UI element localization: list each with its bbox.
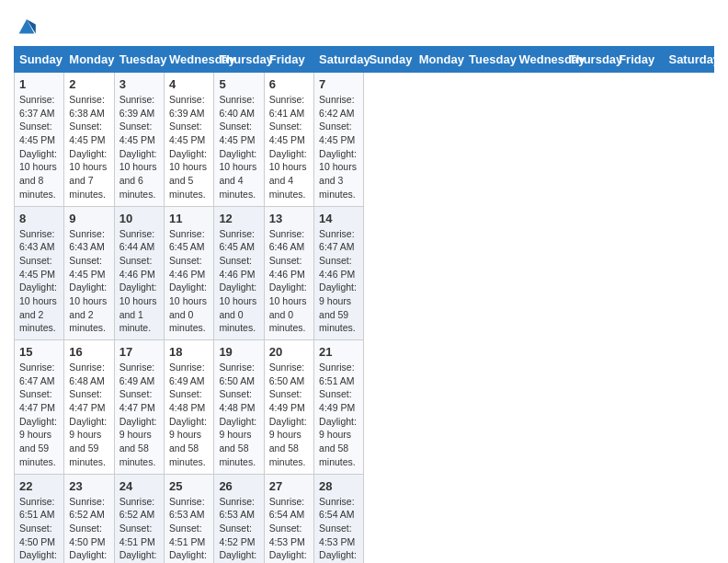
- calendar-cell: 13Sunrise: 6:46 AMSunset: 4:46 PMDayligh…: [264, 206, 313, 340]
- calendar-cell: 27Sunrise: 6:54 AMSunset: 4:53 PMDayligh…: [264, 474, 313, 563]
- calendar-table: SundayMondayTuesdayWednesdayThursdayFrid…: [14, 46, 714, 563]
- day-details: Sunrise: 6:52 AMSunset: 4:51 PMDaylight:…: [119, 495, 159, 564]
- calendar-cell: 3Sunrise: 6:39 AMSunset: 4:45 PMDaylight…: [114, 73, 164, 207]
- col-header-friday: Friday: [614, 47, 664, 73]
- day-number: 27: [269, 479, 309, 493]
- day-number: 17: [119, 345, 159, 359]
- page-header: [14, 9, 714, 39]
- day-details: Sunrise: 6:54 AMSunset: 4:53 PMDaylight:…: [269, 495, 309, 564]
- calendar-cell: 15Sunrise: 6:47 AMSunset: 4:47 PMDayligh…: [15, 340, 64, 475]
- day-number: 8: [19, 212, 59, 225]
- calendar-cell: 17Sunrise: 6:49 AMSunset: 4:47 PMDayligh…: [114, 340, 164, 475]
- calendar-cell: 12Sunrise: 6:45 AMSunset: 4:46 PMDayligh…: [214, 206, 264, 340]
- day-details: Sunrise: 6:42 AMSunset: 4:45 PMDaylight:…: [319, 93, 358, 201]
- day-details: Sunrise: 6:44 AMSunset: 4:46 PMDaylight:…: [119, 227, 159, 336]
- day-number: 6: [269, 77, 309, 91]
- day-number: 1: [19, 77, 59, 91]
- day-details: Sunrise: 6:47 AMSunset: 4:47 PMDaylight:…: [19, 361, 59, 469]
- calendar-cell: 20Sunrise: 6:50 AMSunset: 4:49 PMDayligh…: [264, 340, 313, 475]
- calendar-week-1: 1Sunrise: 6:37 AMSunset: 4:45 PMDaylight…: [15, 73, 714, 207]
- day-number: 11: [169, 212, 209, 225]
- calendar-cell: 25Sunrise: 6:53 AMSunset: 4:51 PMDayligh…: [165, 474, 214, 563]
- col-header-thursday: Thursday: [563, 47, 613, 73]
- calendar-cell: 4Sunrise: 6:39 AMSunset: 4:45 PMDaylight…: [165, 73, 214, 207]
- logo-icon: [14, 13, 40, 39]
- col-header-friday: Friday: [264, 47, 313, 73]
- day-details: Sunrise: 6:46 AMSunset: 4:46 PMDaylight:…: [269, 227, 309, 336]
- col-header-monday: Monday: [64, 47, 114, 73]
- day-details: Sunrise: 6:51 AMSunset: 4:50 PMDaylight:…: [19, 495, 59, 564]
- col-header-sunday: Sunday: [364, 47, 414, 73]
- day-number: 24: [119, 479, 159, 493]
- day-details: Sunrise: 6:38 AMSunset: 4:45 PMDaylight:…: [69, 93, 108, 201]
- calendar-cell: 2Sunrise: 6:38 AMSunset: 4:45 PMDaylight…: [64, 73, 114, 207]
- day-number: 2: [69, 77, 108, 91]
- col-header-wednesday: Wednesday: [165, 47, 214, 73]
- day-details: Sunrise: 6:52 AMSunset: 4:50 PMDaylight:…: [69, 495, 108, 564]
- calendar-cell: 26Sunrise: 6:53 AMSunset: 4:52 PMDayligh…: [214, 474, 264, 563]
- day-details: Sunrise: 6:37 AMSunset: 4:45 PMDaylight:…: [19, 93, 59, 201]
- day-number: 22: [19, 479, 59, 493]
- calendar-cell: 8Sunrise: 6:43 AMSunset: 4:45 PMDaylight…: [15, 206, 64, 340]
- day-number: 12: [219, 212, 258, 225]
- day-number: 3: [119, 77, 159, 91]
- day-details: Sunrise: 6:51 AMSunset: 4:49 PMDaylight:…: [319, 361, 358, 469]
- calendar-cell: 1Sunrise: 6:37 AMSunset: 4:45 PMDaylight…: [15, 73, 64, 207]
- calendar-cell: 9Sunrise: 6:43 AMSunset: 4:45 PMDaylight…: [64, 206, 114, 340]
- day-number: 15: [19, 345, 59, 359]
- day-number: 21: [319, 345, 358, 359]
- calendar-cell: 28Sunrise: 6:54 AMSunset: 4:53 PMDayligh…: [314, 474, 364, 563]
- day-number: 28: [319, 479, 358, 493]
- logo: [14, 13, 41, 39]
- col-header-sunday: Sunday: [15, 47, 64, 73]
- day-number: 19: [219, 345, 258, 359]
- day-details: Sunrise: 6:45 AMSunset: 4:46 PMDaylight:…: [169, 227, 209, 336]
- day-details: Sunrise: 6:43 AMSunset: 4:45 PMDaylight:…: [69, 227, 108, 336]
- col-header-tuesday: Tuesday: [464, 47, 514, 73]
- col-header-monday: Monday: [414, 47, 463, 73]
- calendar-cell: 21Sunrise: 6:51 AMSunset: 4:49 PMDayligh…: [314, 340, 364, 475]
- calendar-cell: 10Sunrise: 6:44 AMSunset: 4:46 PMDayligh…: [114, 206, 164, 340]
- col-header-wednesday: Wednesday: [514, 47, 563, 73]
- calendar-cell: 19Sunrise: 6:50 AMSunset: 4:48 PMDayligh…: [214, 340, 264, 475]
- day-number: 18: [169, 345, 209, 359]
- col-header-thursday: Thursday: [214, 47, 264, 73]
- day-number: 10: [119, 212, 159, 225]
- day-number: 14: [319, 212, 358, 225]
- calendar-cell: 11Sunrise: 6:45 AMSunset: 4:46 PMDayligh…: [165, 206, 214, 340]
- day-number: 26: [219, 479, 258, 493]
- calendar-cell: 14Sunrise: 6:47 AMSunset: 4:46 PMDayligh…: [314, 206, 364, 340]
- calendar-week-2: 8Sunrise: 6:43 AMSunset: 4:45 PMDaylight…: [15, 206, 714, 340]
- day-number: 16: [69, 345, 108, 359]
- calendar-cell: 5Sunrise: 6:40 AMSunset: 4:45 PMDaylight…: [214, 73, 264, 207]
- day-details: Sunrise: 6:41 AMSunset: 4:45 PMDaylight:…: [269, 93, 309, 201]
- day-number: 13: [269, 212, 309, 225]
- calendar-week-4: 22Sunrise: 6:51 AMSunset: 4:50 PMDayligh…: [15, 474, 714, 563]
- calendar-cell: 18Sunrise: 6:49 AMSunset: 4:48 PMDayligh…: [165, 340, 214, 475]
- day-number: 7: [319, 77, 358, 91]
- col-header-saturday: Saturday: [314, 47, 364, 73]
- day-number: 20: [269, 345, 309, 359]
- day-details: Sunrise: 6:50 AMSunset: 4:49 PMDaylight:…: [269, 361, 309, 469]
- day-details: Sunrise: 6:49 AMSunset: 4:48 PMDaylight:…: [169, 361, 209, 469]
- calendar-cell: 7Sunrise: 6:42 AMSunset: 4:45 PMDaylight…: [314, 73, 364, 207]
- calendar-cell: 6Sunrise: 6:41 AMSunset: 4:45 PMDaylight…: [264, 73, 313, 207]
- calendar-week-3: 15Sunrise: 6:47 AMSunset: 4:47 PMDayligh…: [15, 340, 714, 475]
- day-number: 23: [69, 479, 108, 493]
- day-details: Sunrise: 6:49 AMSunset: 4:47 PMDaylight:…: [119, 361, 159, 469]
- day-number: 9: [69, 212, 108, 225]
- calendar-cell: 23Sunrise: 6:52 AMSunset: 4:50 PMDayligh…: [64, 474, 114, 563]
- day-details: Sunrise: 6:39 AMSunset: 4:45 PMDaylight:…: [119, 93, 159, 201]
- day-details: Sunrise: 6:53 AMSunset: 4:52 PMDaylight:…: [219, 495, 258, 564]
- calendar-cell: 16Sunrise: 6:48 AMSunset: 4:47 PMDayligh…: [64, 340, 114, 475]
- calendar-cell: 22Sunrise: 6:51 AMSunset: 4:50 PMDayligh…: [15, 474, 64, 563]
- day-details: Sunrise: 6:53 AMSunset: 4:51 PMDaylight:…: [169, 495, 209, 564]
- day-details: Sunrise: 6:54 AMSunset: 4:53 PMDaylight:…: [319, 495, 358, 564]
- day-number: 4: [169, 77, 209, 91]
- day-details: Sunrise: 6:45 AMSunset: 4:46 PMDaylight:…: [219, 227, 258, 336]
- day-number: 5: [219, 77, 258, 91]
- day-number: 25: [169, 479, 209, 493]
- day-details: Sunrise: 6:47 AMSunset: 4:46 PMDaylight:…: [319, 227, 358, 336]
- day-details: Sunrise: 6:48 AMSunset: 4:47 PMDaylight:…: [69, 361, 108, 469]
- col-header-tuesday: Tuesday: [114, 47, 164, 73]
